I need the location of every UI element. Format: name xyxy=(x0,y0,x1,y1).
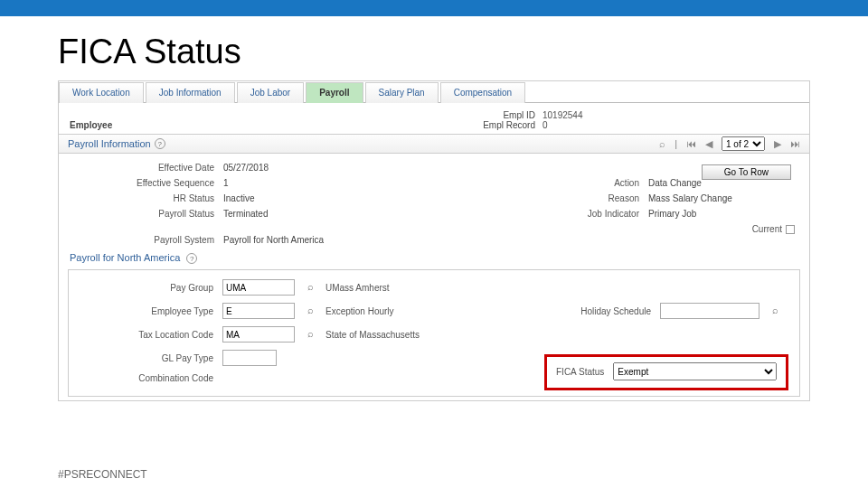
emptype-label: Employee Type xyxy=(78,306,222,316)
effseq-label: Effective Sequence xyxy=(70,178,223,188)
hrstatus-label: HR Status xyxy=(70,193,223,203)
prev-icon[interactable]: ◀ xyxy=(705,138,712,150)
help-icon[interactable]: ? xyxy=(155,138,165,149)
help-icon-pna[interactable]: ? xyxy=(186,253,197,264)
lookup-icon[interactable]: ⌕ xyxy=(304,305,316,317)
fica-highlight-box: FICA Status Exempt xyxy=(544,354,788,390)
glpay-input[interactable] xyxy=(222,350,277,366)
action-label: Action xyxy=(576,178,648,188)
effseq-value: 1 xyxy=(223,178,341,188)
pna-subheader: Payroll for North America ? xyxy=(59,249,809,267)
reason-label: Reason xyxy=(576,193,648,203)
empl-id-value: 10192544 xyxy=(542,110,798,120)
combo-label: Combination Code xyxy=(78,373,222,383)
effdate-label: Effective Date xyxy=(70,163,223,173)
lookup-icon[interactable]: ⌕ xyxy=(769,305,781,317)
grid-pager: ⌕ | ⏮ ◀ 1 of 2 ▶ ⏭ xyxy=(659,136,800,151)
payroll-info-box: Go To Row Current Effective Date 05/27/2… xyxy=(59,154,809,249)
tab-work-location[interactable]: Work Location xyxy=(59,82,144,103)
hrstatus-value: Inactive xyxy=(223,193,341,203)
tab-job-labor[interactable]: Job Labor xyxy=(237,82,304,103)
taxloc-desc: State of Massachusetts xyxy=(326,330,524,340)
find-icon[interactable]: ⌕ xyxy=(659,138,665,149)
paygroup-label: Pay Group xyxy=(78,283,222,293)
emptype-desc: Exception Hourly xyxy=(326,306,524,316)
current-label: Current xyxy=(752,224,782,234)
pager-select[interactable]: 1 of 2 xyxy=(722,136,765,151)
employee-header: Empl ID 10192544 Employee Empl Record 0 xyxy=(59,103,809,134)
employee-label: Employee xyxy=(70,120,178,130)
fica-label: FICA Status xyxy=(556,367,604,377)
slide-top-bar xyxy=(0,0,868,16)
lookup-icon[interactable]: ⌕ xyxy=(304,328,316,341)
holiday-label: Holiday Schedule xyxy=(524,306,660,316)
slide-footer: #PSRECONNECT xyxy=(58,468,147,481)
details-grid: Effective Date 05/27/2018 Effective Sequ… xyxy=(59,154,809,249)
paysys-label: Payroll System xyxy=(70,235,223,245)
next-icon[interactable]: ▶ xyxy=(774,138,781,150)
empl-record-value: 0 xyxy=(542,120,798,130)
gotorow-button[interactable]: Go To Row xyxy=(702,164,791,180)
tab-compensation[interactable]: Compensation xyxy=(440,82,525,103)
page-title: FICA Status xyxy=(58,33,810,71)
paygroup-desc: UMass Amherst xyxy=(326,283,524,293)
current-indicator: Current xyxy=(752,224,795,234)
tab-payroll[interactable]: Payroll xyxy=(306,82,363,103)
paygroup-input[interactable] xyxy=(222,279,295,296)
empl-id-label: Empl ID xyxy=(434,110,542,120)
last-icon[interactable]: ⏭ xyxy=(790,138,800,149)
glpay-label: GL Pay Type xyxy=(78,353,222,363)
paysys-value: Payroll for North America xyxy=(223,235,829,245)
current-checkbox[interactable] xyxy=(786,225,795,234)
emptype-input[interactable] xyxy=(222,303,295,319)
first-icon[interactable]: ⏮ xyxy=(686,138,696,149)
divider-icon: | xyxy=(675,138,677,149)
payrollstatus-value: Terminated xyxy=(223,209,341,219)
gotorow-wrap: Go To Row xyxy=(702,163,791,180)
fica-select[interactable]: Exempt xyxy=(613,362,777,380)
section-bar: Payroll Information ? ⌕ | ⏮ ◀ 1 of 2 ▶ ⏭ xyxy=(59,134,809,154)
jobind-value: Primary Job xyxy=(648,209,829,219)
taxloc-input[interactable] xyxy=(222,326,295,343)
pna-panel: Pay Group ⌕ UMass Amherst Employee Type … xyxy=(68,269,800,397)
section-title: Payroll Information xyxy=(68,138,151,149)
taxloc-label: Tax Location Code xyxy=(78,330,222,340)
tab-salary-plan[interactable]: Salary Plan xyxy=(365,82,439,103)
jobind-label: Job Indicator xyxy=(576,209,648,219)
holiday-input[interactable] xyxy=(660,303,760,319)
payrollstatus-label: Payroll Status xyxy=(70,209,223,219)
app-window: Work Location Job Information Job Labor … xyxy=(58,80,810,401)
effdate-value: 05/27/2018 xyxy=(223,163,341,173)
reason-value: Mass Salary Change xyxy=(648,193,829,203)
tab-strip: Work Location Job Information Job Labor … xyxy=(59,81,809,103)
tab-job-information[interactable]: Job Information xyxy=(146,82,235,103)
lookup-icon[interactable]: ⌕ xyxy=(304,281,316,294)
empl-record-label: Empl Record xyxy=(434,120,542,130)
